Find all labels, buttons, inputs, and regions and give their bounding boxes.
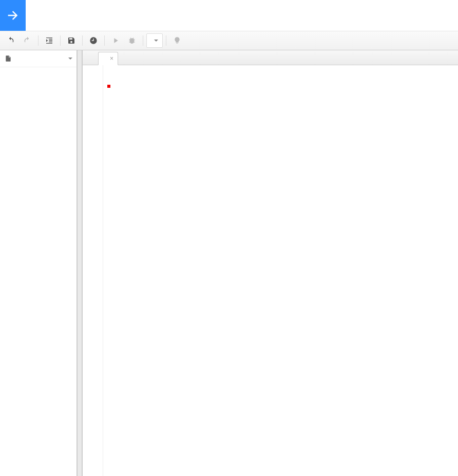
- chevron-down-icon: [154, 40, 158, 42]
- apps-script-logo: [0, 0, 26, 31]
- undo-button[interactable]: [3, 33, 18, 48]
- debug-button[interactable]: [124, 33, 140, 48]
- menu-bar: [33, 6, 453, 10]
- toolbar-separator: [143, 35, 143, 46]
- highlight-box: [107, 85, 110, 88]
- menu-file[interactable]: [33, 6, 41, 10]
- indent-button[interactable]: [42, 33, 57, 48]
- menu-help[interactable]: [94, 6, 103, 10]
- toolbar-separator: [104, 35, 105, 46]
- toolbar-separator: [82, 35, 83, 46]
- menu-publish[interactable]: [74, 6, 82, 10]
- file-icon: [4, 54, 12, 63]
- editor: ×: [82, 50, 458, 476]
- hint-button[interactable]: [169, 33, 185, 48]
- save-button[interactable]: [64, 33, 79, 48]
- file-item[interactable]: [0, 50, 77, 67]
- app-header: [0, 0, 458, 31]
- menu-edit[interactable]: [43, 6, 51, 10]
- toolbar-separator: [166, 35, 166, 46]
- redo-button[interactable]: [20, 33, 35, 48]
- splitter[interactable]: [77, 50, 82, 476]
- main: ×: [0, 50, 458, 476]
- toolbar: [0, 31, 458, 50]
- menu-run[interactable]: [64, 6, 72, 10]
- tab-bar: ×: [83, 50, 458, 65]
- title-area: [26, 0, 458, 10]
- close-icon[interactable]: ×: [110, 55, 113, 62]
- toolbar-separator: [60, 35, 61, 46]
- menu-view[interactable]: [53, 6, 62, 10]
- tab-code-gs[interactable]: ×: [98, 52, 118, 65]
- toolbar-separator: [38, 35, 39, 46]
- select-function-dropdown[interactable]: [146, 33, 163, 48]
- triggers-button[interactable]: [86, 33, 101, 48]
- menu-resources[interactable]: [84, 6, 92, 10]
- code-content[interactable]: [103, 65, 458, 476]
- code-area[interactable]: [83, 65, 458, 476]
- chevron-down-icon[interactable]: [68, 58, 72, 60]
- line-gutter: [83, 65, 103, 476]
- project-sidebar: [0, 50, 77, 476]
- run-button[interactable]: [108, 33, 123, 48]
